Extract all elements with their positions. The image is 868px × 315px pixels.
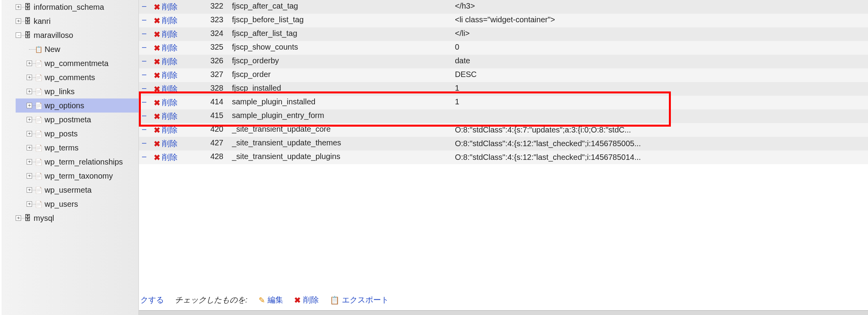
table-row[interactable]: –✖削除427_site_transient_update_themesO:8:… <box>139 137 868 150</box>
table-row[interactable]: –✖削除328fjscp_installed1 <box>139 82 868 96</box>
dash-separator: – <box>142 125 146 133</box>
table-icon <box>34 88 43 95</box>
dash-separator: – <box>142 152 146 161</box>
dash-separator: – <box>142 15 146 24</box>
delete-row-button[interactable]: ✖削除 <box>154 70 178 81</box>
edit-label: 編集 <box>268 295 283 305</box>
table-row[interactable]: –✖削除324fjscp_after_list_tag</li> <box>139 27 868 41</box>
table-row[interactable]: –✖削除325fjscp_show_counts0 <box>139 41 868 55</box>
option-value: DESC <box>452 68 868 82</box>
pencil-icon: ✎ <box>259 295 265 305</box>
table-icon <box>34 102 43 109</box>
delete-row-button[interactable]: ✖削除 <box>154 56 178 67</box>
dash-separator: – <box>142 43 146 51</box>
expand-icon[interactable]: + <box>27 131 32 136</box>
expand-icon[interactable]: + <box>27 145 32 150</box>
delete-row-button[interactable]: ✖削除 <box>154 43 178 53</box>
option-name: fjscp_installed <box>229 82 452 96</box>
tree-item-kanri[interactable]: +kanri <box>16 14 138 28</box>
expand-icon[interactable]: + <box>27 75 32 80</box>
expand-icon[interactable]: + <box>27 173 32 179</box>
expand-icon[interactable]: + <box>27 201 32 207</box>
tree-item-label: mysql <box>34 214 54 223</box>
check-all-link[interactable]: クする <box>140 295 164 305</box>
tree-item-maravilloso[interactable]: -maravilloso <box>16 28 138 42</box>
delete-row-button[interactable]: ✖削除 <box>154 15 178 26</box>
tree-item-wp_comments[interactable]: +wp_comments <box>16 70 138 84</box>
tree-item-wp_terms[interactable]: +wp_terms <box>16 141 138 155</box>
table-row[interactable]: –✖削除420_site_transient_update_coreO:8:"s… <box>139 123 868 137</box>
tree-item-wp_users[interactable]: +wp_users <box>16 197 138 211</box>
table-row[interactable]: –✖削除428_site_transient_update_pluginsO:8… <box>139 150 868 164</box>
table-row[interactable]: –✖削除326fjscp_orderbydate <box>139 55 868 68</box>
dash-separator: – <box>142 138 146 147</box>
tree-item-wp_term_relationships[interactable]: +wp_term_relationships <box>16 155 138 169</box>
x-icon: ✖ <box>294 296 301 304</box>
delete-row-button[interactable]: ✖削除 <box>154 111 178 122</box>
export-button[interactable]: 📋 エクスポート <box>330 295 389 305</box>
export-icon: 📋 <box>330 295 340 305</box>
tree-item-wp_postmeta[interactable]: +wp_postmeta <box>16 113 138 127</box>
delete-label: 削除 <box>162 97 178 108</box>
tree-item-wp_term_taxonomy[interactable]: +wp_term_taxonomy <box>16 169 138 183</box>
options-table: –✖削除322fjscp_after_cat_tag</h3>–✖削除323fj… <box>139 0 868 164</box>
option-name: _site_transient_update_themes <box>229 137 452 150</box>
option-name: sample_plugin_entry_form <box>229 109 452 123</box>
tree-item-wp_options[interactable]: +wp_options <box>16 98 138 113</box>
delete-row-button[interactable]: ✖削除 <box>154 125 178 135</box>
tree-item-label: wp_usermeta <box>45 186 92 195</box>
tree-item-wp_links[interactable]: +wp_links <box>16 84 138 98</box>
tree-item-wp_usermeta[interactable]: +wp_usermeta <box>16 183 138 197</box>
expand-icon[interactable]: + <box>16 4 21 10</box>
expand-icon[interactable]: + <box>27 103 32 108</box>
option-name: _site_transient_update_core <box>229 123 452 137</box>
tree-item-information_schema[interactable]: +information_schema <box>16 0 138 14</box>
x-icon: ✖ <box>154 58 160 66</box>
delete-row-button[interactable]: ✖削除 <box>154 29 178 39</box>
table-icon <box>34 116 43 123</box>
table-row[interactable]: –✖削除414sample_plugin_installed1 <box>139 96 868 109</box>
table-row[interactable]: –✖削除322fjscp_after_cat_tag</h3> <box>139 0 868 14</box>
expand-icon[interactable]: + <box>27 187 32 193</box>
x-icon: ✖ <box>154 126 160 134</box>
option-value: O:8:"stdClass":4:{s:7:"updates";a:3:{i:0… <box>452 123 868 137</box>
tree-item-label: wp_links <box>45 87 75 96</box>
edit-button[interactable]: ✎ 編集 <box>259 295 283 305</box>
dash-separator: – <box>142 56 146 65</box>
collapse-icon[interactable]: - <box>16 32 21 38</box>
expand-icon[interactable]: + <box>27 159 32 165</box>
database-icon <box>23 31 32 39</box>
tree-item-label: wp_comments <box>45 73 95 82</box>
tree-item-mysql[interactable]: +mysql <box>16 211 138 225</box>
table-row[interactable]: –✖削除327fjscp_orderDESC <box>139 68 868 82</box>
table-row[interactable]: –✖削除323fjscp_before_list_tag<li class="w… <box>139 14 868 27</box>
delete-row-button[interactable]: ✖削除 <box>154 84 178 94</box>
delete-row-button[interactable]: ✖削除 <box>154 97 178 108</box>
delete-button[interactable]: ✖ 削除 <box>294 295 319 305</box>
table-row[interactable]: –✖削除415sample_plugin_entry_form <box>139 109 868 123</box>
expand-icon[interactable]: + <box>16 215 21 221</box>
tree-item-new[interactable]: New <box>16 42 138 56</box>
tree-item-wp_posts[interactable]: +wp_posts <box>16 127 138 141</box>
option-id: 325 <box>190 41 229 55</box>
option-name: fjscp_show_counts <box>229 41 452 55</box>
option-name: sample_plugin_installed <box>229 96 452 109</box>
dash-separator: – <box>142 84 146 92</box>
option-id: 420 <box>190 123 229 137</box>
tree-item-label: wp_users <box>45 200 78 209</box>
delete-label: 削除 <box>162 29 178 39</box>
delete-row-button[interactable]: ✖削除 <box>154 2 178 12</box>
delete-row-button[interactable]: ✖削除 <box>154 138 178 149</box>
table-icon <box>34 158 43 166</box>
delete-label: 削除 <box>162 84 178 94</box>
expand-icon[interactable]: + <box>27 117 32 122</box>
bottom-scrollbar-area[interactable] <box>139 310 868 315</box>
tree-item-label: wp_terms <box>45 143 79 152</box>
x-icon: ✖ <box>154 99 160 107</box>
expand-icon[interactable]: + <box>27 89 32 94</box>
delete-label: 削除 <box>303 295 319 305</box>
expand-icon[interactable]: + <box>16 18 21 24</box>
expand-icon[interactable]: + <box>27 61 32 66</box>
delete-row-button[interactable]: ✖削除 <box>154 152 178 163</box>
tree-item-wp_commentmeta[interactable]: +wp_commentmeta <box>16 56 138 70</box>
